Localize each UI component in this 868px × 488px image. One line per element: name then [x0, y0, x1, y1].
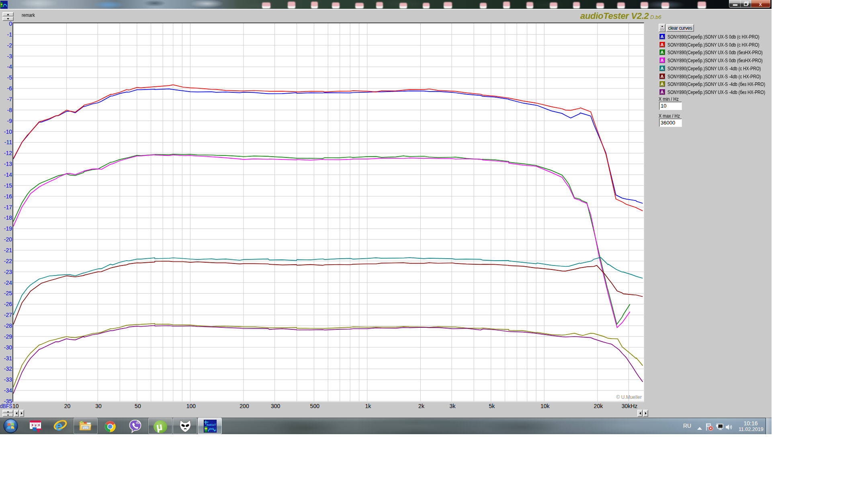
svg-text:e: e	[55, 419, 63, 433]
svg-text:AudioT: AudioT	[207, 423, 216, 427]
